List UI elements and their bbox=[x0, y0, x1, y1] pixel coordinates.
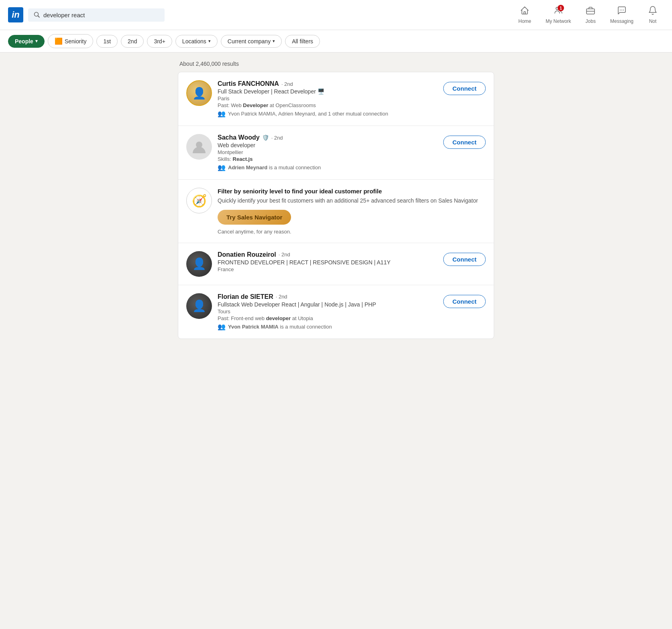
nav-jobs[interactable]: Jobs bbox=[579, 3, 602, 26]
first-degree-btn[interactable]: 1st bbox=[96, 35, 118, 48]
header: in Home 1 My Network bbox=[0, 0, 672, 30]
current-company-filter-btn[interactable]: Current company ▾ bbox=[221, 35, 282, 48]
jobs-icon bbox=[586, 6, 595, 18]
people-label: People bbox=[15, 38, 33, 45]
verified-icon-sacha: 🛡️ bbox=[262, 134, 269, 141]
person-name-curtis[interactable]: Curtis FANCHONNA bbox=[218, 80, 279, 87]
messaging-icon bbox=[617, 6, 627, 18]
connect-btn-donatien[interactable]: Connect bbox=[443, 253, 486, 266]
mutual-icon-florian: 👥 bbox=[218, 323, 226, 331]
person-name-row-donatien: Donatien Rouzeirol · 2nd bbox=[218, 251, 438, 258]
promo-desc: Quickly identify your best fit customers… bbox=[218, 197, 486, 205]
svg-point-6 bbox=[620, 10, 621, 10]
third-degree-label: 3rd+ bbox=[154, 38, 165, 45]
connect-btn-sacha[interactable]: Connect bbox=[443, 136, 486, 149]
connect-btn-wrap-florian: Connect bbox=[443, 293, 486, 308]
person-degree-curtis: · 2nd bbox=[281, 81, 293, 87]
search-bar-container bbox=[28, 8, 165, 22]
header-nav: Home 1 My Network J bbox=[512, 3, 664, 26]
person-name-donatien[interactable]: Donatien Rouzeirol bbox=[218, 251, 276, 258]
second-degree-btn[interactable]: 2nd bbox=[121, 35, 144, 48]
mutual-connection-sacha: 👥 Adrien Meynard is a mutual connection bbox=[218, 164, 438, 171]
person-past-curtis: Past: Web Developer at OpenClassrooms bbox=[218, 102, 438, 108]
notifications-label: Not bbox=[649, 18, 657, 24]
svg-line-1 bbox=[38, 16, 40, 18]
people-filter-btn[interactable]: People ▾ bbox=[8, 35, 45, 48]
person-skills-sacha: Skills: React.js bbox=[218, 156, 438, 162]
person-info-donatien: Donatien Rouzeirol · 2nd FRONTEND DEVELO… bbox=[218, 251, 438, 272]
main-content: About 2,460,000 results 👤 Curtis FANCHON… bbox=[171, 61, 501, 339]
avatar-donatien[interactable]: 👤 bbox=[186, 251, 212, 277]
nav-notifications[interactable]: Not bbox=[641, 3, 664, 26]
mutual-connection-curtis: 👥 Yvon Patrick MAMIA, Adrien Meynard, an… bbox=[218, 110, 438, 118]
person-degree-sacha: · 2nd bbox=[271, 135, 283, 141]
mutual-icon-curtis: 👥 bbox=[218, 110, 226, 118]
svg-point-8 bbox=[623, 10, 624, 10]
avatar-face-donatien: 👤 bbox=[186, 251, 212, 277]
person-info-florian: Florian de SIETER · 2nd Fullstack Web De… bbox=[218, 293, 438, 331]
person-name-row-florian: Florian de SIETER · 2nd bbox=[218, 293, 438, 300]
results-card: 👤 Curtis FANCHONNA · 2nd Full Stack Deve… bbox=[178, 72, 494, 339]
seniority-label: Seniority bbox=[65, 38, 86, 45]
network-label: My Network bbox=[546, 18, 571, 24]
person-info-sacha: Sacha Woody 🛡️ · 2nd Web developer Montp… bbox=[218, 134, 438, 171]
search-icon bbox=[34, 12, 40, 18]
connect-btn-wrap-curtis: Connect bbox=[443, 80, 486, 95]
nav-my-network[interactable]: 1 My Network bbox=[539, 3, 577, 26]
seniority-icon: 🟧 bbox=[55, 37, 63, 45]
person-title-donatien: FRONTEND DEVELOPER | REACT | RESPONSIVE … bbox=[218, 259, 438, 266]
second-degree-label: 2nd bbox=[128, 38, 137, 45]
person-name-florian[interactable]: Florian de SIETER bbox=[218, 293, 273, 300]
promo-icon-wrap: 🧭 bbox=[186, 188, 212, 213]
mutual-text-curtis: Yvon Patrick MAMIA, Adrien Meynard, and … bbox=[228, 111, 388, 117]
all-filters-label: All filters bbox=[292, 38, 313, 45]
person-location-sacha: Montpellier bbox=[218, 149, 438, 155]
avatar-sacha[interactable] bbox=[186, 134, 212, 160]
person-title-sacha: Web developer bbox=[218, 142, 438, 148]
person-location-donatien: France bbox=[218, 266, 438, 272]
person-degree-florian: · 2nd bbox=[276, 294, 287, 300]
connect-btn-wrap-donatien: Connect bbox=[443, 251, 486, 266]
all-filters-btn[interactable]: All filters bbox=[285, 35, 320, 48]
person-name-sacha[interactable]: Sacha Woody bbox=[218, 134, 260, 141]
mutual-text-sacha: Adrien Meynard is a mutual connection bbox=[228, 164, 321, 170]
nav-home[interactable]: Home bbox=[512, 3, 538, 26]
locations-filter-btn[interactable]: Locations ▾ bbox=[175, 35, 218, 48]
person-location-curtis: Paris bbox=[218, 95, 438, 101]
connect-btn-wrap-sacha: Connect bbox=[443, 134, 486, 149]
connect-btn-florian[interactable]: Connect bbox=[443, 295, 486, 308]
locations-label: Locations bbox=[182, 38, 206, 45]
home-label: Home bbox=[518, 18, 531, 24]
avatar-face-florian: 👤 bbox=[186, 293, 212, 319]
results-count: About 2,460,000 results bbox=[178, 61, 494, 67]
third-degree-btn[interactable]: 3rd+ bbox=[147, 35, 172, 48]
person-past-florian: Past: Front-end web developer at Utopia bbox=[218, 315, 438, 321]
first-degree-label: 1st bbox=[103, 38, 111, 45]
person-row-florian: 👤 Florian de SIETER · 2nd Fullstack Web … bbox=[178, 285, 494, 339]
seniority-filter-btn[interactable]: 🟧 Seniority bbox=[48, 34, 93, 48]
try-sales-navigator-btn[interactable]: Try Sales Navigator bbox=[218, 210, 291, 225]
promo-title: Filter by seniority level to find your i… bbox=[218, 188, 486, 195]
avatar-florian[interactable]: 👤 bbox=[186, 293, 212, 319]
mutual-text-florian: Yvon Patrick MAMIA is a mutual connectio… bbox=[228, 324, 332, 330]
person-location-florian: Tours bbox=[218, 308, 438, 314]
connect-btn-curtis[interactable]: Connect bbox=[443, 82, 486, 95]
linkedin-logo[interactable]: in bbox=[8, 7, 23, 22]
promo-row: 🧭 Filter by seniority level to find your… bbox=[178, 180, 494, 243]
avatar-placeholder-icon bbox=[191, 139, 207, 155]
person-row-donatien: 👤 Donatien Rouzeirol · 2nd FRONTEND DEVE… bbox=[178, 243, 494, 285]
avatar-curtis[interactable]: 👤 bbox=[186, 80, 212, 106]
mutual-connection-florian: 👥 Yvon Patrick MAMIA is a mutual connect… bbox=[218, 323, 438, 331]
current-company-chevron-icon: ▾ bbox=[273, 39, 275, 44]
person-title-florian: Fullstack Web Developer React | Angular … bbox=[218, 301, 438, 308]
locations-chevron-icon: ▾ bbox=[208, 39, 211, 44]
messaging-label: Messaging bbox=[610, 18, 633, 24]
filter-bar: People ▾ 🟧 Seniority 1st 2nd 3rd+ Locati… bbox=[0, 30, 672, 53]
person-row-sacha: Sacha Woody 🛡️ · 2nd Web developer Montp… bbox=[178, 126, 494, 180]
nav-messaging[interactable]: Messaging bbox=[604, 3, 640, 26]
promo-content: Filter by seniority level to find your i… bbox=[218, 188, 486, 235]
search-input[interactable] bbox=[43, 12, 159, 18]
person-name-row-sacha: Sacha Woody 🛡️ · 2nd bbox=[218, 134, 438, 141]
person-degree-donatien: · 2nd bbox=[279, 252, 290, 258]
person-title-curtis: Full Stack Developer | React Developer 🖥… bbox=[218, 88, 438, 95]
